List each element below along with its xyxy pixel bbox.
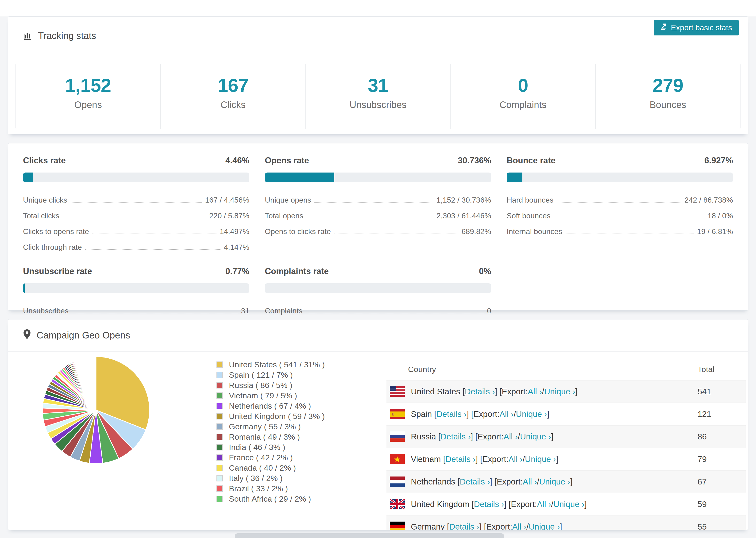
legend-item-united-states[interactable]: United States ( 541 / 31% ) bbox=[216, 361, 325, 368]
slash-separator: / bbox=[551, 500, 553, 509]
legend-item-italy[interactable]: Italy ( 36 / 2% ) bbox=[216, 475, 325, 481]
geo-row-country-cell: United States [Details ›] [Export: All ›… bbox=[411, 387, 698, 396]
geo-row-country-cell: United Kingdom [Details ›] [Export: All … bbox=[411, 500, 698, 509]
legend-item-brazil[interactable]: Brazil ( 33 / 2% ) bbox=[216, 485, 325, 492]
horizontal-scrollbar-thumb[interactable] bbox=[235, 533, 504, 538]
slash-separator: / bbox=[526, 522, 529, 530]
details-link-united-kingdom[interactable]: Details › bbox=[474, 500, 504, 509]
rate-detail-row: Clicks to opens rate14.497% bbox=[23, 224, 249, 240]
legend-item-romania[interactable]: Romania ( 49 / 3% ) bbox=[216, 434, 325, 440]
rate-detail-rows: Unique clicks167 / 4.456%Total clicks220… bbox=[23, 192, 249, 255]
flag-icon-vn bbox=[390, 454, 405, 464]
geo-row-total-united-states: 541 bbox=[698, 387, 746, 396]
export-all-link-germany[interactable]: All › bbox=[512, 522, 526, 530]
geo-row-country-cell: Spain [Details ›] [Export: All › / Uniqu… bbox=[411, 409, 698, 419]
rate-detail-row: Unique opens1,152 / 30.736% bbox=[265, 192, 491, 208]
details-link-germany[interactable]: Details › bbox=[449, 522, 479, 530]
rate-detail-label: Clicks to opens rate bbox=[23, 227, 89, 236]
flag-icon-de bbox=[390, 521, 405, 530]
campaign-geo-opens-card: Campaign Geo Opens United States ( 541 /… bbox=[8, 319, 748, 530]
export-all-link-russia[interactable]: All › bbox=[504, 432, 518, 441]
bracket-close: ] bbox=[466, 409, 469, 419]
summary-stat-opens: 1,152Opens bbox=[16, 64, 160, 129]
rate-panel-title: Complaints rate bbox=[265, 266, 329, 276]
export-prefix: [Export: bbox=[492, 477, 523, 486]
summary-stat-label: Opens bbox=[74, 99, 102, 110]
legend-item-spain[interactable]: Spain ( 121 / 7% ) bbox=[216, 372, 325, 378]
summary-stat-value: 0 bbox=[518, 75, 528, 96]
dotted-leader bbox=[334, 234, 458, 234]
bracket-close: ] bbox=[551, 432, 553, 441]
export-prefix: [Export: bbox=[469, 409, 499, 419]
export-all-link-vietnam[interactable]: All › bbox=[509, 455, 523, 464]
rate-panel-value: 30.736% bbox=[458, 156, 491, 166]
flag-icon-es bbox=[390, 409, 405, 419]
legend-swatch bbox=[216, 372, 223, 378]
details-link-russia[interactable]: Details › bbox=[441, 432, 470, 441]
legend-item-united-kingdom[interactable]: United Kingdom ( 59 / 3% ) bbox=[216, 413, 325, 419]
export-unique-link-netherlands[interactable]: Unique › bbox=[539, 477, 570, 486]
bracket-close: ] bbox=[575, 387, 577, 396]
dotted-leader bbox=[92, 234, 216, 234]
details-link-vietnam[interactable]: Details › bbox=[445, 455, 475, 464]
rate-panel-title: Bounce rate bbox=[507, 156, 556, 166]
rate-detail-value: 31 bbox=[241, 306, 249, 315]
export-unique-link-vietnam[interactable]: Unique › bbox=[525, 455, 556, 464]
legend-item-russia[interactable]: Russia ( 86 / 5% ) bbox=[216, 382, 325, 389]
flag-icon-ru bbox=[390, 431, 405, 442]
tracking-stats-title-text: Tracking stats bbox=[38, 30, 96, 41]
export-unique-link-spain[interactable]: Unique › bbox=[516, 409, 547, 419]
export-basic-stats-button[interactable]: Export basic stats bbox=[654, 20, 739, 35]
legend-item-south-africa[interactable]: South Africa ( 29 / 2% ) bbox=[216, 496, 325, 502]
legend-label: Germany ( 55 / 3% ) bbox=[229, 422, 301, 431]
details-link-spain[interactable]: Details › bbox=[436, 409, 466, 419]
geo-row-country-cell: Germany [Details ›] [Export: All › / Uni… bbox=[411, 522, 698, 530]
legend-item-france[interactable]: France ( 42 / 2% ) bbox=[216, 455, 325, 461]
rate-panel-bounce-rate: Bounce rate6.927%Hard bounces242 / 86.73… bbox=[507, 156, 733, 255]
export-unique-link-russia[interactable]: Unique › bbox=[520, 432, 551, 441]
details-link-netherlands[interactable]: Details › bbox=[460, 477, 490, 486]
rate-progress-bar bbox=[265, 283, 491, 293]
bracket-close: ] bbox=[504, 500, 507, 509]
rate-panel-unsubscribe-rate: Unsubscribe rate0.77%Unsubscribes31 bbox=[23, 266, 249, 319]
legend-item-germany[interactable]: Germany ( 55 / 3% ) bbox=[216, 423, 325, 430]
legend-item-canada[interactable]: Canada ( 40 / 2% ) bbox=[216, 465, 325, 471]
legend-item-netherlands[interactable]: Netherlands ( 67 / 4% ) bbox=[216, 403, 325, 409]
rate-detail-label: Internal bounces bbox=[507, 227, 562, 236]
rate-panel-value: 6.927% bbox=[704, 156, 733, 166]
export-unique-link-united-kingdom[interactable]: Unique › bbox=[553, 500, 584, 509]
legend-label: Canada ( 40 / 2% ) bbox=[229, 463, 296, 472]
geo-row-country-cell: Russia [Details ›] [Export: All › / Uniq… bbox=[411, 432, 698, 441]
summary-stat-complaints: 0Complaints bbox=[450, 64, 595, 129]
rate-detail-value: 19 / 6.81% bbox=[697, 227, 733, 236]
geo-row-total-netherlands: 67 bbox=[698, 477, 746, 486]
export-all-link-united-states[interactable]: All › bbox=[528, 387, 542, 396]
export-all-link-united-kingdom[interactable]: All › bbox=[537, 500, 551, 509]
slash-separator: / bbox=[523, 455, 525, 464]
summary-stat-value: 279 bbox=[653, 75, 683, 96]
export-unique-link-united-states[interactable]: Unique › bbox=[544, 387, 575, 396]
rates-card: Clicks rate4.46%Unique clicks167 / 4.456… bbox=[8, 143, 748, 310]
export-unique-link-germany[interactable]: Unique › bbox=[529, 522, 560, 530]
rate-detail-row: Complaints0 bbox=[265, 303, 491, 319]
summary-stat-label: Complaints bbox=[499, 99, 546, 110]
export-all-link-spain[interactable]: All › bbox=[499, 409, 513, 419]
bracket-close: ] bbox=[476, 455, 478, 464]
slash-separator: / bbox=[537, 477, 539, 486]
legend-label: United States ( 541 / 31% ) bbox=[229, 360, 325, 369]
legend-item-india[interactable]: India ( 46 / 3% ) bbox=[216, 444, 325, 451]
tracking-stats-header: Tracking stats Export basic stats bbox=[8, 17, 748, 55]
geo-table-row-netherlands: Netherlands [Details ›] [Export: All › /… bbox=[387, 470, 746, 493]
rate-detail-value: 220 / 5.87% bbox=[209, 211, 249, 220]
details-link-united-states[interactable]: Details › bbox=[465, 387, 495, 396]
rate-panel-title-row: Clicks rate4.46% bbox=[23, 156, 249, 166]
geo-row-total-spain: 121 bbox=[698, 409, 746, 419]
rate-detail-value: 4.147% bbox=[224, 243, 249, 252]
export-prefix: [Export: bbox=[507, 500, 537, 509]
rate-progress-fill bbox=[23, 283, 25, 293]
geo-pie-chart bbox=[41, 355, 151, 465]
summary-stat-value: 31 bbox=[368, 75, 388, 96]
legend-item-vietnam[interactable]: Vietnam ( 79 / 5% ) bbox=[216, 393, 325, 399]
export-all-link-netherlands[interactable]: All › bbox=[523, 477, 537, 486]
export-button-label: Export basic stats bbox=[671, 23, 732, 32]
